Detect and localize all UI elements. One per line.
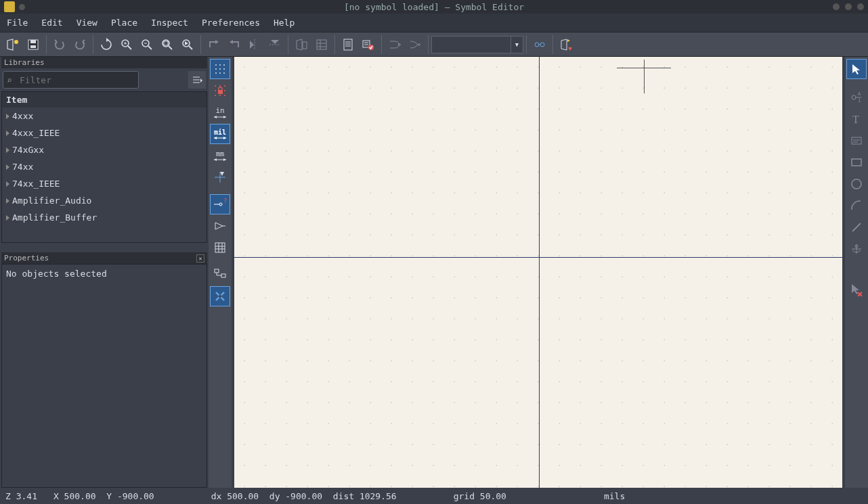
statusbar: Z 3.41 X 500.00 Y -900.00 dx 500.00 dy -… <box>0 488 868 504</box>
unit-select-combo[interactable]: ▾ <box>431 36 523 53</box>
tree-item-label: 74xGxx <box>12 145 44 155</box>
pin-number-toggle[interactable]: ? <box>210 194 230 214</box>
tree-item[interactable]: 74xx <box>2 158 207 175</box>
unit-in-label: in <box>214 106 226 115</box>
close-icon[interactable]: ✕ <box>196 254 204 262</box>
window-minimize[interactable] <box>833 3 840 10</box>
demorgan-button[interactable] <box>385 35 404 54</box>
unit-mm-label: mm <box>214 150 226 158</box>
arc-tool[interactable] <box>846 196 867 216</box>
pin-table-button[interactable] <box>312 35 331 54</box>
zoom-selection-button[interactable] <box>178 35 197 54</box>
window-dot[interactable] <box>19 4 25 10</box>
filter-options-button[interactable] <box>188 71 206 89</box>
pin-tool[interactable]: A1 <box>846 87 867 108</box>
undo-button[interactable] <box>50 35 69 54</box>
circle-tool[interactable] <box>846 174 867 194</box>
chevron-right-icon <box>6 114 9 119</box>
tree-header-item[interactable]: Item <box>2 92 207 108</box>
tree-toggle-button[interactable] <box>210 265 230 285</box>
text-tool[interactable]: T <box>846 109 867 129</box>
zoom-fit-button[interactable] <box>158 35 177 54</box>
svg-point-39 <box>399 43 401 45</box>
menu-file[interactable]: File <box>4 16 30 29</box>
anchor-tool[interactable] <box>846 239 867 259</box>
window-maximize[interactable] <box>845 3 852 10</box>
window-close[interactable] <box>857 3 864 10</box>
svg-point-63 <box>215 90 216 91</box>
svg-marker-23 <box>271 40 279 44</box>
tree-item[interactable]: 74xx_IEEE <box>2 175 207 192</box>
properties-title: Properties <box>4 254 49 262</box>
select-tool[interactable] <box>846 59 867 79</box>
unit-mil-button[interactable]: mil <box>210 124 230 144</box>
menu-preferences[interactable]: Preferences <box>199 16 263 29</box>
unit-mm-button[interactable]: mm <box>210 145 230 166</box>
chevron-right-icon <box>6 147 9 153</box>
svg-marker-18 <box>185 41 188 45</box>
tree-item-label: Amplifier_Audio <box>12 196 91 206</box>
svg-marker-21 <box>250 41 254 49</box>
svg-point-99 <box>852 95 856 99</box>
svg-point-40 <box>418 43 420 45</box>
tree-item[interactable]: 4xxx_IEEE <box>2 124 207 141</box>
filter-input[interactable] <box>3 71 139 89</box>
rotate-ccw-button[interactable] <box>204 35 223 54</box>
show-elec-type-button[interactable] <box>210 216 230 236</box>
main-toolbar: ▾ <box>0 32 868 57</box>
line-tool[interactable] <box>846 217 867 237</box>
unit-in-button[interactable]: in <box>210 102 230 122</box>
editor-canvas[interactable] <box>234 57 842 488</box>
mirror-v-button[interactable] <box>265 35 284 54</box>
tree-item[interactable]: Amplifier_Audio <box>2 192 207 209</box>
new-symbol-button[interactable] <box>3 35 22 54</box>
tree-item[interactable]: 74xGxx <box>2 141 207 158</box>
sync-pins-button[interactable] <box>530 35 549 54</box>
tree-item[interactable]: Amplifier_Buffer <box>2 209 207 226</box>
menu-inspect[interactable]: Inspect <box>148 16 191 29</box>
symbol-properties-button[interactable] <box>292 35 311 54</box>
chevron-right-icon <box>6 215 9 221</box>
svg-point-97 <box>219 295 221 298</box>
library-tree: 4xxx 4xxx_IEEE 74xGxx 74xx 74xx_IEEE Amp… <box>2 108 207 226</box>
svg-rect-107 <box>852 159 861 166</box>
zoom-in-button[interactable] <box>117 35 136 54</box>
chevron-right-icon <box>6 164 9 170</box>
svg-marker-50 <box>200 78 202 83</box>
mirror-h-button[interactable] <box>245 35 264 54</box>
rotate-cw-button[interactable] <box>225 35 244 54</box>
save-button[interactable] <box>24 35 43 54</box>
check-button[interactable] <box>359 35 378 54</box>
menu-view[interactable]: View <box>74 16 100 29</box>
redo-button[interactable] <box>70 35 89 54</box>
menu-help[interactable]: Help <box>271 16 297 29</box>
textbox-tool[interactable] <box>846 131 867 151</box>
window-title: [no symbol loaded] — Symbol Editor <box>344 2 524 12</box>
insert-symbol-button[interactable] <box>557 35 576 54</box>
svg-text:T: T <box>852 114 859 125</box>
delete-tool[interactable] <box>846 279 867 300</box>
grid-dots-button[interactable] <box>210 59 230 79</box>
rect-tool[interactable] <box>846 152 867 173</box>
svg-line-7 <box>128 46 131 49</box>
svg-point-1 <box>14 40 18 44</box>
chevron-right-icon <box>6 131 9 136</box>
svg-point-41 <box>535 43 539 47</box>
alt-body-button[interactable] <box>406 35 425 54</box>
grid-dots <box>234 57 842 488</box>
svg-rect-31 <box>344 39 352 50</box>
menu-edit[interactable]: Edit <box>39 16 65 29</box>
svg-rect-2 <box>28 40 38 49</box>
chevron-right-icon <box>6 181 9 187</box>
settings-button[interactable] <box>210 286 230 306</box>
zoom-out-button[interactable] <box>137 35 156 54</box>
cursor-crosshair-button[interactable] <box>210 167 230 187</box>
svg-marker-76 <box>214 158 217 161</box>
datasheet-button[interactable] <box>339 35 357 54</box>
menu-place[interactable]: Place <box>108 16 140 29</box>
refresh-button[interactable] <box>97 35 116 54</box>
svg-point-51 <box>215 64 217 66</box>
show-pin-table-button[interactable] <box>210 237 230 258</box>
tree-item[interactable]: 4xxx <box>2 108 207 124</box>
grid-lock-button[interactable] <box>210 81 230 101</box>
